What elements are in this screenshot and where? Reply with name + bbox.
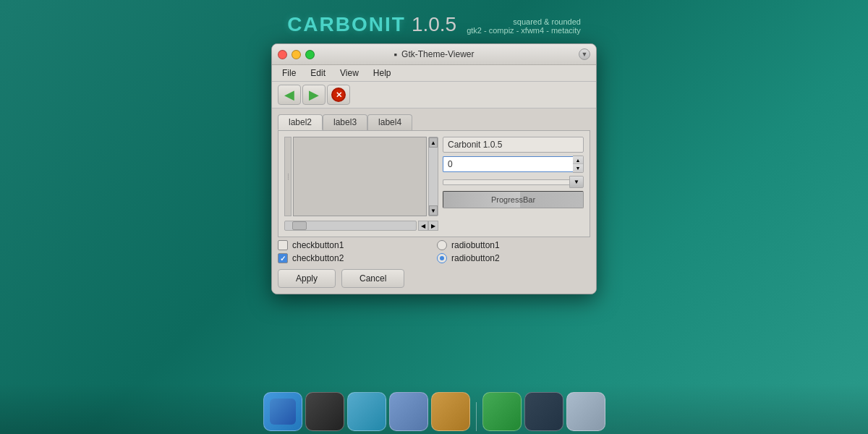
pane-divider[interactable]: ┊ (284, 137, 292, 216)
app-title-version: 1.0.5 (412, 13, 456, 36)
spin-up-button[interactable]: ▲ (573, 156, 583, 164)
stop-button[interactable] (327, 85, 350, 105)
text-area[interactable] (293, 137, 427, 216)
progress-bar-label: ProgressBar (491, 195, 535, 204)
forward-button[interactable]: ▶ (302, 85, 326, 105)
vertical-scrollbar[interactable]: ▲ ▼ (428, 137, 438, 216)
scroll-h-arrows: ◀ ▶ (418, 221, 438, 231)
cancel-button[interactable]: Cancel (341, 269, 404, 288)
scroll-down-arrow[interactable]: ▼ (429, 205, 438, 216)
divider-icon: ┊ (286, 174, 290, 180)
spin-down-button[interactable]: ▼ (573, 164, 583, 172)
back-button[interactable]: ◀ (278, 85, 301, 105)
back-icon: ◀ (284, 87, 294, 103)
dropdown-arrow[interactable]: ▼ (569, 176, 584, 188)
scroll-up-arrow[interactable]: ▲ (429, 137, 438, 148)
scroll-left-arrow[interactable]: ◀ (418, 221, 428, 231)
checkbox2-label: checkbutton2 (292, 253, 344, 263)
radio1-item: radiobutton1 (437, 240, 590, 250)
radio2-label: radiobutton2 (451, 253, 500, 263)
horizontal-scrollbar[interactable] (284, 221, 417, 231)
menu-view[interactable]: View (334, 67, 365, 80)
spin-buttons: ▲ ▼ (573, 156, 584, 173)
spin-input[interactable] (443, 156, 573, 172)
dock-item-stacks[interactable] (305, 392, 344, 431)
radio1[interactable] (437, 240, 447, 250)
maximize-button[interactable] (305, 50, 315, 59)
spin-entry-container: ▲ ▼ (443, 156, 584, 173)
scroll-thumb[interactable] (292, 221, 307, 230)
gtk-theme-viewer-window: ▪ Gtk-Theme-Viewer ▼ File Edit View Help… (271, 43, 597, 294)
content-area: label2 label3 label4 ┊ ▲ ▼ (272, 109, 596, 294)
radio2-item: radiobutton2 (437, 253, 590, 263)
menu-edit[interactable]: Edit (305, 67, 331, 80)
apply-button[interactable]: Apply (278, 269, 336, 288)
tabs: label2 label3 label4 (278, 114, 590, 130)
app-title-area: CARBONIT 1.0.5 squared & rounded gtk2 - … (0, 0, 868, 43)
minimize-button[interactable] (292, 50, 301, 59)
left-panel: ┊ ▲ ▼ ◀ ▶ (284, 137, 438, 231)
titlebar-buttons (278, 50, 315, 59)
checkbox1[interactable] (278, 240, 288, 250)
checkbox1-label: checkbutton1 (292, 240, 344, 250)
right-panel: Carbonit 1.0.5 ▲ ▼ ▼ ProgressBar (443, 137, 584, 231)
dock-item-finder[interactable] (263, 392, 302, 431)
menu-help[interactable]: Help (367, 67, 397, 80)
dropdown-container: ▼ (443, 176, 584, 188)
radio2[interactable] (437, 253, 447, 263)
dock-item-safari[interactable] (347, 392, 386, 431)
checkbox1-item: checkbutton1 (278, 240, 431, 250)
progress-bar: ProgressBar (443, 191, 584, 208)
text-area-container: ┊ ▲ ▼ (284, 137, 438, 216)
toolbar: ◀ ▶ (272, 82, 596, 109)
menubar: File Edit View Help (272, 65, 596, 82)
action-buttons: Apply Cancel (278, 269, 590, 288)
scroll-right-arrow[interactable]: ▶ (428, 221, 438, 231)
dock-separator (476, 402, 477, 431)
tab-label2[interactable]: label2 (278, 114, 323, 130)
dock (0, 383, 868, 434)
checks-radios-grid: checkbutton1 radiobutton1 checkbutton2 r… (278, 240, 590, 263)
forward-icon: ▶ (309, 87, 319, 103)
radio1-label: radiobutton1 (451, 240, 500, 250)
app-subtitle-tech: gtk2 - compiz - xfwm4 - metacity (467, 26, 581, 35)
tab-label3[interactable]: label3 (323, 114, 367, 130)
titlebar-end: ▼ (579, 48, 590, 60)
close-button[interactable] (278, 50, 287, 59)
theme-name-entry: Carbonit 1.0.5 (443, 137, 584, 153)
app-subtitle: squared & rounded (467, 17, 581, 26)
tab-label4[interactable]: label4 (367, 114, 412, 130)
checkbox2[interactable] (278, 253, 288, 263)
dock-item-music[interactable] (524, 392, 563, 431)
menu-file[interactable]: File (276, 67, 302, 80)
window-title: ▪ Gtk-Theme-Viewer (393, 49, 474, 60)
dropdown-input (443, 179, 569, 185)
dock-item-mail[interactable] (389, 392, 428, 431)
dock-item-folder[interactable] (431, 392, 470, 431)
checkbox2-item: checkbutton2 (278, 253, 431, 263)
stop-icon (331, 88, 346, 102)
main-panel: ┊ ▲ ▼ ◀ ▶ (278, 130, 590, 237)
horizontal-scrollbar-container: ◀ ▶ (284, 221, 438, 231)
dock-item-chrome[interactable] (482, 392, 522, 431)
window-menu-button[interactable]: ▼ (579, 48, 590, 60)
dock-item-other[interactable] (566, 392, 605, 431)
app-title-carbonit: CARBONIT (287, 13, 406, 36)
titlebar: ▪ Gtk-Theme-Viewer ▼ (272, 44, 596, 65)
